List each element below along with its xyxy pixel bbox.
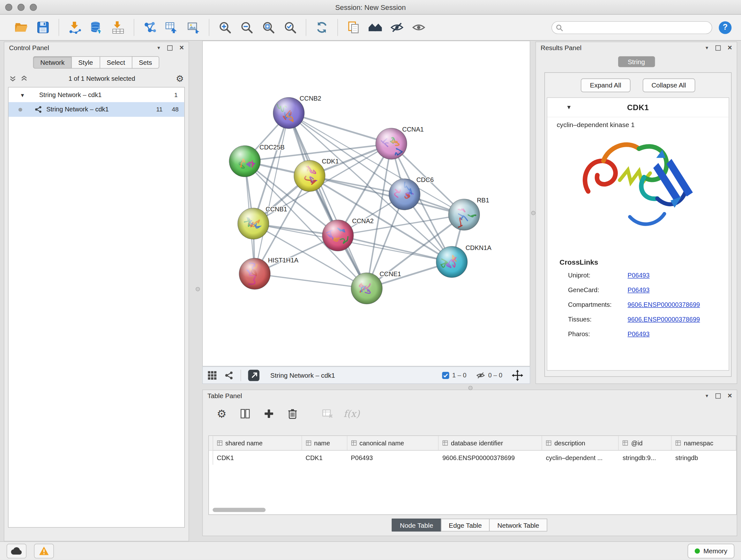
table-cell[interactable]: cyclin–dependent ...	[542, 450, 619, 464]
node-CCNA2[interactable]	[322, 220, 354, 251]
tab-edge-table[interactable]: Edge Table	[441, 519, 490, 532]
selected-checkbox-icon[interactable]	[442, 371, 450, 379]
panel-float-icon[interactable]: ▾	[157, 45, 160, 50]
panel-maximize-icon[interactable]	[716, 393, 721, 398]
collapse-all-button[interactable]: Collapse All	[643, 78, 695, 92]
table-cell[interactable]: CDK1	[302, 450, 347, 464]
edge-HIST1H1A-CCNE1[interactable]	[255, 273, 367, 288]
edge-CCNA2-CDKN1A[interactable]	[338, 235, 452, 262]
network-canvas[interactable]: CCNB2CCNA1CDC25BCDK1CDC6RB1CCNB1CCNA2CDK…	[202, 41, 530, 366]
column-header-namespac[interactable]: namespac	[671, 436, 736, 450]
new-table-from-network-button[interactable]	[160, 17, 182, 38]
string-results-tab[interactable]: String	[618, 56, 655, 67]
table-cell[interactable]: CDK1	[213, 450, 302, 464]
node-CCNB1[interactable]	[238, 208, 269, 240]
network-collection-row[interactable]: ▼ String Network – cdk1 1	[9, 87, 185, 102]
node-CDKN1A[interactable]	[436, 246, 468, 278]
edge-CCNB2-CCNE1[interactable]	[289, 113, 367, 288]
search-input[interactable]	[551, 21, 712, 34]
help-button[interactable]: ?	[719, 21, 731, 34]
cloud-status-button[interactable]	[7, 543, 26, 558]
tab-sets[interactable]: Sets	[132, 56, 159, 69]
import-table-file-button[interactable]	[107, 17, 129, 38]
save-session-button[interactable]	[32, 17, 54, 38]
gear-icon[interactable]: ⚙	[176, 73, 184, 84]
create-column-plus-icon[interactable]	[261, 406, 276, 421]
node-CDC25B[interactable]	[229, 145, 260, 177]
crosslink-value-link[interactable]: 9606.ENSP00000378699	[628, 316, 700, 323]
new-network-button[interactable]	[139, 17, 160, 38]
crosslink-value-link[interactable]: P06493	[628, 330, 650, 337]
column-header-canonical-name[interactable]: canonical name	[347, 436, 439, 450]
node-CDK1[interactable]	[294, 160, 325, 192]
panel-close-icon[interactable]: ×	[179, 44, 184, 52]
warnings-button[interactable]	[34, 543, 54, 558]
crosslink-value-link[interactable]: P06493	[628, 272, 650, 279]
tab-network[interactable]: Network	[33, 56, 71, 69]
column-header-database-identifier[interactable]: database identifier	[439, 436, 542, 450]
column-header-shared-name[interactable]: shared name	[213, 436, 302, 450]
tab-network-table[interactable]: Network Table	[489, 519, 547, 532]
tab-style[interactable]: Style	[71, 56, 100, 69]
panel-close-icon[interactable]: ×	[728, 392, 732, 400]
panel-maximize-icon[interactable]	[716, 45, 721, 50]
horizontal-scrollbar[interactable]	[212, 508, 266, 512]
export-image-button[interactable]	[183, 17, 204, 38]
column-header-name[interactable]: name	[302, 436, 347, 450]
node-CCNA1[interactable]	[376, 128, 407, 159]
table-cell[interactable]: stringdb:9...	[619, 450, 671, 464]
edge-CCNB2-CCNA1[interactable]	[289, 113, 391, 144]
pan-move-icon[interactable]	[512, 369, 523, 381]
tree-expand-icon[interactable]: ▼	[20, 92, 25, 98]
table-row[interactable]: CDK1CDK1P064939606.ENSP00000378699cyclin…	[209, 450, 737, 464]
tab-node-table[interactable]: Node Table	[392, 519, 441, 532]
bottom-splitter-handle[interactable]	[468, 386, 473, 390]
show-columns-icon[interactable]	[238, 406, 253, 421]
collapse-section-icon[interactable]: ▼	[566, 104, 572, 111]
zoom-in-button[interactable]	[214, 17, 236, 38]
edge-CCNB2-HIST1H1A[interactable]	[255, 113, 289, 273]
right-splitter-handle[interactable]	[531, 211, 535, 215]
table-cell[interactable]: stringdb	[671, 450, 736, 464]
zoom-out-button[interactable]	[236, 17, 258, 38]
delete-column-trash-icon[interactable]	[285, 406, 300, 421]
node-HIST1H1A[interactable]	[239, 258, 270, 290]
panel-float-icon[interactable]: ▾	[705, 393, 708, 398]
open-in-window-icon[interactable]	[248, 369, 260, 381]
crosslink-value-link[interactable]: 9606.ENSP00000378699	[628, 301, 700, 308]
apply-layout-button[interactable]	[311, 17, 333, 38]
panel-float-icon[interactable]: ▾	[705, 45, 708, 50]
panel-maximize-icon[interactable]	[167, 45, 172, 50]
node-CCNB2[interactable]	[273, 98, 305, 129]
expand-all-button[interactable]: Expand All	[581, 78, 630, 92]
zoom-selected-button[interactable]	[279, 17, 301, 38]
tab-select[interactable]: Select	[99, 56, 132, 69]
import-network-database-button[interactable]	[85, 17, 107, 38]
memory-button[interactable]: Memory	[688, 543, 734, 558]
left-splitter-handle[interactable]	[196, 287, 200, 291]
node-CCNE1[interactable]	[351, 273, 382, 304]
import-network-file-button[interactable]	[64, 17, 85, 38]
node-RB1[interactable]	[448, 199, 480, 230]
table-settings-gear-icon[interactable]: ⚙	[214, 406, 229, 421]
column-header-description[interactable]: description	[542, 436, 619, 450]
column-header--id[interactable]: @id	[619, 436, 671, 450]
open-session-button[interactable]	[10, 17, 32, 38]
share-network-icon[interactable]	[224, 370, 234, 380]
copy-document-button[interactable]	[343, 17, 364, 38]
table-cell[interactable]: 9606.ENSP00000378699	[439, 450, 542, 464]
panel-close-icon[interactable]: ×	[728, 44, 732, 52]
show-button[interactable]	[408, 17, 429, 38]
network-row[interactable]: String Network – cdk1 11 48	[9, 102, 185, 117]
hide-unhide-button[interactable]	[386, 17, 408, 38]
birds-eye-view-icon[interactable]	[207, 370, 217, 380]
zoom-fit-button[interactable]	[258, 17, 279, 38]
table-cell[interactable]: P06493	[347, 450, 439, 464]
crosslink-value-link[interactable]: P06493	[628, 287, 650, 294]
collapse-all-icon[interactable]	[9, 75, 17, 82]
node-CDC6[interactable]	[389, 179, 420, 210]
gene-section-header[interactable]: ▼ CDK1	[547, 98, 729, 118]
selected-count: 1 – 0	[452, 372, 466, 379]
expand-all-icon[interactable]	[20, 75, 28, 82]
home-view-button[interactable]	[364, 17, 386, 38]
